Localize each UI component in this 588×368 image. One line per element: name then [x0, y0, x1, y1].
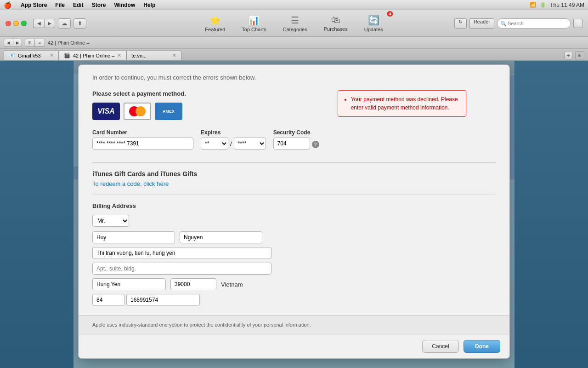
menu-file[interactable]: File — [51, 1, 68, 9]
browser-tab-gmail[interactable]: 📧 Gmail k53 ✕ — [4, 50, 59, 60]
menu-window[interactable]: Window — [110, 1, 139, 9]
done-button[interactable]: Done — [464, 340, 500, 353]
back-button[interactable]: ◀ — [33, 19, 44, 28]
menu-help[interactable]: Help — [140, 1, 159, 9]
phone-country-code-input[interactable] — [92, 294, 124, 306]
amex-button[interactable]: AMEX — [155, 103, 182, 120]
updates-badge: 4 — [387, 11, 393, 17]
phone-number-input[interactable] — [126, 294, 200, 306]
gift-cards-section: iTunes Gift Cards and iTunes Gifts To re… — [92, 170, 496, 187]
billing-title: Billing Address — [92, 202, 496, 209]
nav-back-forward: ◀ ▶ — [33, 19, 55, 28]
gift-cards-title: iTunes Gift Cards and iTunes Gifts — [92, 170, 496, 178]
card-form-row: Card Number Expires ** / — [92, 129, 319, 150]
categories-label: Categories — [283, 27, 307, 32]
main-area: In order to continue, you must correct t… — [0, 61, 588, 368]
tab-close-icon-extra[interactable]: ✕ — [172, 52, 176, 58]
expires-slash: / — [230, 140, 232, 147]
card-number-label: Card Number — [92, 129, 193, 136]
tab-updates[interactable]: 🔄 4 Updates — [356, 13, 391, 34]
security-help-icon[interactable]: ? — [312, 141, 319, 148]
tab-purchases[interactable]: 🛍 Purchases — [316, 13, 356, 34]
left-sidebar — [0, 61, 74, 368]
tab-close-icon-phim[interactable]: ✕ — [117, 52, 121, 58]
mastercard-button[interactable] — [124, 103, 151, 120]
categories-icon: ☰ — [291, 15, 299, 26]
list-view-button[interactable]: ≡ — [35, 39, 45, 47]
menu-bar: 🍎 App Store File Edit Store Window Help … — [0, 0, 588, 10]
menu-bar-right: 📶 🔋 Thu 11:49 AM — [530, 2, 584, 8]
security-code-input[interactable] — [273, 138, 310, 150]
new-tab-button[interactable]: + — [564, 51, 572, 59]
menu-store[interactable]: Store — [88, 1, 110, 9]
payment-left: Please select a payment method. VISA — [92, 90, 319, 155]
search-input[interactable] — [497, 18, 571, 29]
expires-year-select[interactable]: **** — [234, 138, 266, 150]
search-container: 🔍 — [497, 18, 571, 29]
card-number-input[interactable] — [92, 138, 193, 150]
minimize-button[interactable] — [13, 21, 19, 26]
tab-close-icon[interactable]: ✕ — [50, 52, 54, 58]
security-code-group: Security Code ? — [273, 129, 319, 150]
payment-section: Please select a payment method. VISA — [92, 90, 496, 155]
city-input[interactable] — [92, 278, 166, 290]
expires-label: Expires — [201, 129, 266, 136]
address2-input[interactable] — [92, 263, 271, 275]
tab-label-extra: te.vn... — [131, 53, 147, 58]
payment-dialog: In order to continue, you must correct t… — [78, 64, 510, 359]
close-button[interactable] — [6, 21, 11, 26]
tab-categories[interactable]: ☰ Categories — [275, 13, 316, 34]
visa-card-button[interactable]: VISA — [92, 103, 120, 120]
menu-time: Thu 11:49 AM — [550, 2, 584, 8]
address1-input[interactable] — [92, 247, 271, 259]
reader-button[interactable]: Reader — [469, 18, 494, 29]
first-name-input[interactable] — [92, 231, 175, 243]
tab-favicon-phim: 🎬 — [64, 52, 70, 58]
billing-section: Billing Address Mr. — [92, 202, 496, 306]
zip-input[interactable] — [170, 278, 216, 290]
center-content: In order to continue, you must correct t… — [74, 61, 514, 368]
payment-error-box: Your payment method was declined. Please… — [338, 90, 466, 117]
tab-featured[interactable]: ⭐ Featured — [197, 13, 233, 34]
error-message: In order to continue, you must correct t… — [92, 74, 496, 81]
menu-edit[interactable]: Edit — [69, 1, 87, 9]
salutation-select[interactable]: Mr. — [92, 215, 129, 227]
browser-tab-phim[interactable]: 🎬 42 | Phim Online – ✕ — [59, 50, 126, 60]
view-buttons: ⊞ ≡ — [25, 39, 45, 47]
cancel-button[interactable]: Cancel — [422, 340, 459, 353]
right-sidebar — [514, 61, 588, 368]
share-button[interactable]: ⬆ — [74, 18, 86, 29]
second-back-button[interactable]: ◀ — [4, 39, 13, 47]
expires-month-select[interactable]: ** — [201, 138, 228, 150]
apple-menu[interactable]: 🍎 — [4, 1, 11, 9]
dialog-overlay: In order to continue, you must correct t… — [74, 61, 514, 368]
cloud-button[interactable]: ☁ — [58, 18, 71, 29]
payment-methods: VISA AMEX — [92, 103, 319, 120]
grid-view-button[interactable]: ⊞ — [25, 39, 35, 47]
mc-yellow-circle — [136, 106, 146, 116]
tab-label-gmail: Gmail k53 — [18, 53, 41, 58]
tab-top-charts[interactable]: 📊 Top Charts — [233, 13, 274, 34]
toolbar-tabs: ⭐ Featured 📊 Top Charts ☰ Categories 🛍 P… — [197, 13, 391, 34]
refresh-button[interactable]: ↻ — [454, 18, 467, 29]
menu-app-store[interactable]: App Store — [17, 1, 51, 9]
purchases-icon: 🛍 — [331, 15, 340, 25]
top-charts-label: Top Charts — [242, 27, 266, 32]
last-name-input[interactable] — [180, 231, 262, 243]
search-icon: 🔍 — [500, 20, 507, 26]
browser-tab-extra[interactable]: te.vn... ✕ — [126, 50, 181, 60]
divider-1 — [92, 162, 496, 163]
name-row — [92, 231, 496, 243]
tools-button[interactable]: ⊞ — [573, 19, 582, 28]
top-charts-icon: 📊 — [248, 15, 260, 26]
second-forward-button[interactable]: ▶ — [13, 39, 22, 47]
mastercard-logo — [129, 106, 146, 116]
redeem-code-link[interactable]: To redeem a code, click here — [92, 180, 169, 187]
tab-label-phim: 42 | Phim Online – — [73, 53, 114, 58]
maximize-button[interactable] — [21, 21, 27, 26]
expand-button[interactable]: ⊞ — [575, 51, 584, 59]
forward-button[interactable]: ▶ — [44, 19, 55, 28]
address1-row — [92, 247, 496, 259]
updates-label: Updates — [364, 27, 383, 32]
divider-2 — [92, 195, 496, 195]
